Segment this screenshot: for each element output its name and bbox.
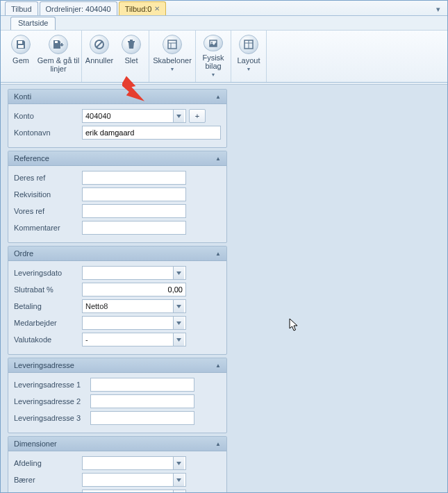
- button-label: Fysisk bilag: [197, 53, 229, 70]
- slet-button[interactable]: Slet: [115, 33, 147, 79]
- panel-header-ordre[interactable]: Ordre ▲: [8, 246, 226, 261]
- kommentarer-input[interactable]: [82, 221, 186, 235]
- betaling-combo[interactable]: Netto8: [82, 299, 186, 313]
- document-tab-ordrelinjer[interactable]: Ordrelinjer: 404040: [40, 1, 117, 15]
- chevron-down-icon: ▼: [211, 71, 216, 79]
- ribbon-tab-bar: Startside: [1, 16, 447, 30]
- chevron-down-icon[interactable]: [173, 267, 184, 279]
- leveringsdato-label: Leveringsdato: [14, 269, 82, 277]
- chevron-down-icon[interactable]: [173, 457, 184, 469]
- rekvisition-label: Rekvisition: [14, 190, 82, 199]
- panel-header-reference[interactable]: Reference ▲: [8, 151, 226, 166]
- medarbejder-label: Medarbejder: [14, 319, 82, 327]
- svg-point-11: [211, 42, 213, 43]
- kontonavn-input[interactable]: [82, 126, 221, 140]
- svg-rect-1: [18, 45, 24, 48]
- afdeling-label: Afdeling: [14, 459, 82, 467]
- konto-add-button[interactable]: +: [189, 109, 206, 123]
- slutrabat-input[interactable]: [82, 283, 186, 296]
- document-tab-bar: Tilbud Ordrelinjer: 404040 Tilbud:0 ✕ ▾: [1, 1, 447, 16]
- delete-icon: [122, 35, 141, 54]
- document-tab-label: Tilbud:0: [125, 5, 152, 13]
- baerer-label: Bærer: [14, 476, 82, 484]
- chevron-down-icon[interactable]: [173, 317, 184, 329]
- leveringsdato-combo[interactable]: [82, 266, 186, 280]
- panel-title: Ordre: [14, 249, 33, 258]
- document-tab-label: Ordrelinjer: 404040: [46, 5, 111, 13]
- chevron-up-icon: ▲: [215, 156, 221, 162]
- templates-icon: [163, 35, 182, 54]
- save-goto-icon: [49, 35, 68, 54]
- baerer-combo[interactable]: [82, 473, 186, 487]
- document-tab-menu[interactable]: ▾: [433, 4, 443, 14]
- panel-title: Reference: [14, 154, 49, 162]
- button-label: Layout: [237, 56, 260, 65]
- panel-header-leveringsadresse[interactable]: Leveringsadresse ▲: [8, 358, 226, 373]
- panel-title: Leveringsadresse: [14, 361, 74, 369]
- svg-rect-5: [128, 41, 135, 42]
- skabeloner-button[interactable]: Skabeloner ▼: [151, 33, 194, 79]
- layout-button[interactable]: Layout ▼: [233, 33, 265, 79]
- chevron-down-icon: ▼: [247, 65, 251, 74]
- layout-icon: [239, 35, 258, 54]
- attachment-icon: [204, 35, 223, 51]
- chevron-up-icon: ▲: [215, 362, 221, 369]
- valutakode-value: -: [85, 335, 173, 344]
- lev1-label: Leveringsadresse 1: [14, 381, 90, 389]
- annuller-button[interactable]: Annuller: [83, 33, 115, 79]
- panel-header-dimensioner[interactable]: Dimensioner ▲: [8, 437, 226, 451]
- kontonavn-label: Kontonavn: [14, 128, 82, 137]
- panel-leveringsadresse: Leveringsadresse ▲ Leveringsadresse 1 Le…: [8, 358, 227, 433]
- formaal-combo[interactable]: [82, 490, 186, 492]
- betaling-value: Netto8: [85, 302, 173, 310]
- chevron-down-icon[interactable]: [173, 333, 184, 346]
- lev2-input[interactable]: [90, 394, 194, 408]
- konto-label: Konto: [14, 112, 82, 120]
- chevron-up-icon: ▲: [215, 441, 221, 447]
- betaling-label: Betaling: [14, 302, 82, 310]
- form-area: Konti ▲ Konto 404040 + Kontonavn: [1, 84, 447, 492]
- save-icon: [11, 35, 31, 54]
- cancel-icon: [90, 35, 109, 54]
- gem-button[interactable]: Gem: [5, 33, 37, 79]
- lev2-label: Leveringsadresse 2: [14, 397, 90, 406]
- rekvisition-input[interactable]: [82, 187, 186, 201]
- deres-ref-input[interactable]: [82, 171, 186, 185]
- vores-ref-input[interactable]: [82, 204, 186, 218]
- gem-ga-button[interactable]: Gem & gå til linjer: [37, 33, 80, 79]
- button-label: Annuller: [85, 56, 113, 65]
- lev1-input[interactable]: [90, 378, 194, 392]
- lev3-input[interactable]: [90, 411, 194, 425]
- document-tab-tilbud[interactable]: Tilbud: [5, 1, 38, 15]
- valutakode-label: Valutakode: [14, 335, 82, 344]
- panel-title: Dimensioner: [14, 440, 57, 448]
- chevron-down-icon[interactable]: [173, 300, 184, 312]
- panel-header-konti[interactable]: Konti ▲: [8, 90, 226, 104]
- afdeling-combo[interactable]: [82, 456, 186, 470]
- vores-ref-label: Vores ref: [14, 207, 82, 215]
- chevron-down-icon[interactable]: [173, 474, 184, 486]
- close-icon[interactable]: ✕: [154, 5, 160, 12]
- panel-reference: Reference ▲ Deres ref Rekvisition Vores …: [8, 151, 227, 243]
- button-label: Skabeloner: [153, 56, 192, 65]
- kommentarer-label: Kommentarer: [14, 224, 82, 232]
- document-tab-tilbud0[interactable]: Tilbud:0 ✕: [119, 1, 167, 15]
- ribbon-tab-label: Startside: [18, 19, 48, 27]
- deres-ref-label: Deres ref: [14, 174, 82, 182]
- svg-line-4: [97, 42, 102, 47]
- svg-rect-0: [18, 41, 22, 44]
- ribbon-tab-startside[interactable]: Startside: [10, 17, 56, 30]
- button-label: Slet: [125, 56, 138, 65]
- konto-value: 404040: [85, 112, 173, 120]
- panel-konti: Konti ▲ Konto 404040 + Kontonavn: [8, 89, 227, 148]
- lev3-label: Leveringsadresse 3: [14, 414, 90, 422]
- chevron-down-icon[interactable]: [173, 110, 184, 122]
- panel-ordre: Ordre ▲ Leveringsdato Slutrabat % Betali…: [8, 246, 227, 355]
- konto-combo[interactable]: 404040: [82, 109, 186, 123]
- medarbejder-combo[interactable]: [82, 316, 186, 330]
- chevron-up-icon: ▲: [215, 94, 221, 100]
- svg-rect-6: [130, 40, 133, 41]
- fysisk-bilag-button[interactable]: Fysisk bilag ▼: [197, 33, 229, 79]
- valutakode-combo[interactable]: -: [82, 333, 186, 346]
- chevron-down-icon[interactable]: [173, 490, 184, 492]
